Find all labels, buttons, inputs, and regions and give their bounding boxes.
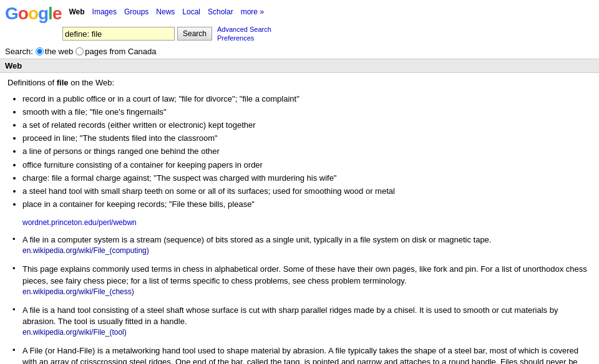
search-web-option[interactable]: the web xyxy=(36,47,74,56)
list-item: place in a container for keeping records… xyxy=(22,199,592,210)
result-text: A file is a hand tool consisting of a st… xyxy=(22,305,558,326)
advanced-links: Advanced Search Preferences xyxy=(217,25,271,43)
search-input[interactable] xyxy=(62,27,175,41)
definition-header: Definitions of file on the Web: xyxy=(7,78,592,87)
header: Google Web Images Groups News Local Scho… xyxy=(0,0,599,59)
search-label: Search: xyxy=(5,47,33,56)
nav-groups[interactable]: Groups xyxy=(124,7,149,16)
list-item: a steel hand tool with small sharp teeth… xyxy=(22,186,592,197)
google-logo: Google xyxy=(5,4,61,24)
result-r1: A file in a computer system is a stream … xyxy=(7,234,592,255)
search-button[interactable]: Search xyxy=(177,27,212,41)
result-text: A file in a computer system is a stream … xyxy=(22,235,491,244)
result-link[interactable]: en.wikipedia.org/wiki/File_(computing) xyxy=(22,246,149,255)
section-bar: Web xyxy=(0,59,599,73)
content: Definitions of file on the Web: record i… xyxy=(0,73,599,364)
result-r2: This page explains commonly used terms i… xyxy=(7,264,592,295)
result-r3: A file is a hand tool consisting of a st… xyxy=(7,305,592,337)
result-link[interactable]: en.wikipedia.org/wiki/File_(chess) xyxy=(22,287,134,296)
list-item: proceed in line; "The students filed int… xyxy=(22,133,592,144)
advanced-search-link[interactable]: Advanced Search xyxy=(217,25,271,34)
list-item: smooth with a file; "file one's fingerna… xyxy=(22,107,592,118)
search-form: Search Advanced Search Preferences xyxy=(62,25,271,43)
nav-web[interactable]: Web xyxy=(69,7,84,16)
list-item: record in a public office or in a court … xyxy=(22,93,592,105)
list-item: a line of persons or things ranged one b… xyxy=(22,146,592,157)
wordnet-link[interactable]: wordnet.princeton.edu/perl/webwn xyxy=(22,218,137,227)
nav-local[interactable]: Local xyxy=(182,7,200,16)
list-item: a set of related records (either written… xyxy=(22,120,592,131)
bullet-list: record in a public office or in a court … xyxy=(22,93,592,211)
result-text: This page explains commonly used terms i… xyxy=(22,264,587,285)
search-canada-option[interactable]: pages from Canada xyxy=(75,47,156,56)
search-canada-radio[interactable] xyxy=(75,47,84,55)
search-web-radio[interactable] xyxy=(36,47,44,55)
list-item: office furniture consisting of a contain… xyxy=(22,160,592,171)
nav-more[interactable]: more » xyxy=(241,7,264,16)
result-text: A File (or Hand-File) is a metalworking … xyxy=(22,346,578,364)
result-link[interactable]: en.wikipedia.org/wiki/File_(tool) xyxy=(22,328,127,337)
nav-images[interactable]: Images xyxy=(92,7,117,16)
list-item: charge: file a formal charge against; "T… xyxy=(22,173,592,184)
nav-news[interactable]: News xyxy=(156,7,175,16)
result-r4: A File (or Hand-File) is a metalworking … xyxy=(7,345,592,364)
preferences-link[interactable]: Preferences xyxy=(217,34,271,42)
search-options: Search: the web pages from Canada xyxy=(0,46,599,56)
header-top: Google Web Images Groups News Local Scho… xyxy=(0,4,599,24)
nav-bar: Web Images Groups News Local Scholar mor… xyxy=(69,7,264,16)
nav-scholar[interactable]: Scholar xyxy=(208,7,233,16)
